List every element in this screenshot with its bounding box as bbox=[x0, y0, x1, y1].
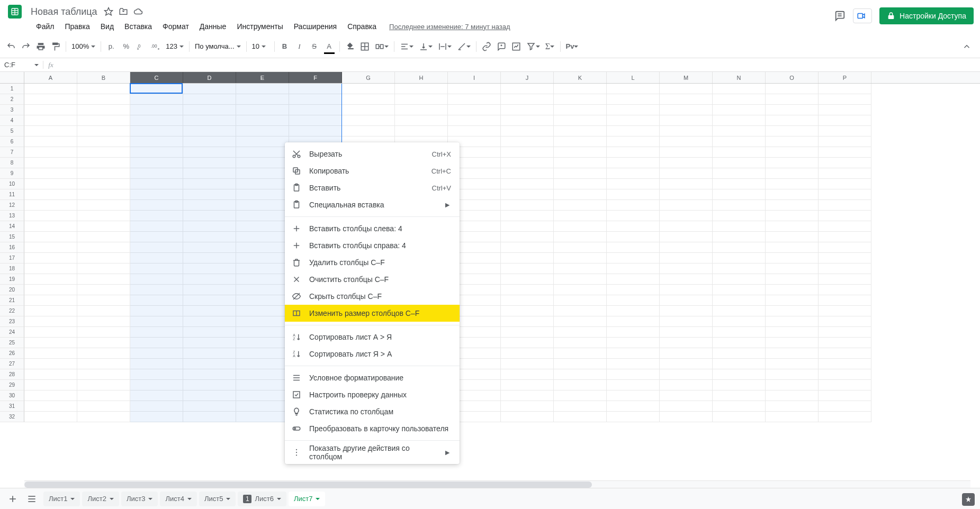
cell[interactable] bbox=[660, 168, 713, 179]
cell[interactable] bbox=[183, 295, 236, 306]
cell[interactable] bbox=[554, 359, 607, 369]
cell[interactable] bbox=[236, 158, 289, 168]
cell[interactable] bbox=[342, 94, 395, 105]
merge-button[interactable] bbox=[373, 40, 391, 53]
cell[interactable] bbox=[77, 359, 130, 369]
cell[interactable] bbox=[183, 401, 236, 412]
row-header[interactable]: 15 bbox=[0, 232, 24, 242]
cell[interactable] bbox=[819, 369, 871, 380]
cell[interactable] bbox=[607, 412, 660, 422]
cell[interactable] bbox=[77, 147, 130, 158]
cell[interactable] bbox=[183, 158, 236, 168]
cell[interactable] bbox=[554, 295, 607, 306]
cell[interactable] bbox=[130, 306, 183, 316]
menu-extensions[interactable]: Расширения bbox=[290, 20, 341, 33]
cell[interactable] bbox=[607, 115, 660, 126]
cell[interactable] bbox=[713, 168, 766, 179]
cell[interactable] bbox=[24, 390, 77, 401]
cell[interactable] bbox=[819, 137, 871, 147]
row-header[interactable]: 26 bbox=[0, 348, 24, 359]
cell[interactable] bbox=[607, 126, 660, 137]
cell[interactable] bbox=[554, 401, 607, 412]
cell[interactable] bbox=[236, 115, 289, 126]
cell[interactable] bbox=[395, 115, 448, 126]
cell[interactable] bbox=[183, 211, 236, 221]
cell[interactable] bbox=[501, 137, 554, 147]
cell[interactable] bbox=[607, 232, 660, 242]
collapse-toolbar-button[interactable] bbox=[960, 40, 974, 53]
cell[interactable] bbox=[819, 242, 871, 253]
cell[interactable] bbox=[766, 412, 819, 422]
text-color-button[interactable]: A bbox=[322, 40, 336, 53]
add-sheet-button[interactable] bbox=[4, 490, 21, 507]
row-header[interactable]: 12 bbox=[0, 200, 24, 211]
cell[interactable] bbox=[236, 126, 289, 137]
cell[interactable] bbox=[554, 242, 607, 253]
cell[interactable] bbox=[660, 179, 713, 189]
cell[interactable] bbox=[766, 189, 819, 200]
cell[interactable] bbox=[448, 115, 501, 126]
cell[interactable] bbox=[660, 285, 713, 295]
cell[interactable] bbox=[766, 306, 819, 316]
cell[interactable] bbox=[130, 232, 183, 242]
cell[interactable] bbox=[660, 295, 713, 306]
cell[interactable] bbox=[501, 189, 554, 200]
cell[interactable] bbox=[766, 274, 819, 285]
menu-file[interactable]: Файл bbox=[32, 20, 58, 33]
cell[interactable] bbox=[183, 380, 236, 390]
cell[interactable] bbox=[77, 137, 130, 147]
cell[interactable] bbox=[130, 390, 183, 401]
cell[interactable] bbox=[501, 295, 554, 306]
cell[interactable] bbox=[713, 189, 766, 200]
cell[interactable] bbox=[501, 369, 554, 380]
cell[interactable] bbox=[554, 115, 607, 126]
cell[interactable] bbox=[183, 412, 236, 422]
cell[interactable] bbox=[24, 242, 77, 253]
cell[interactable] bbox=[766, 327, 819, 338]
cell[interactable] bbox=[236, 147, 289, 158]
cell[interactable] bbox=[130, 242, 183, 253]
col-header-J[interactable]: J bbox=[501, 72, 554, 83]
cell[interactable] bbox=[236, 137, 289, 147]
cell[interactable] bbox=[660, 412, 713, 422]
row-header[interactable]: 22 bbox=[0, 306, 24, 316]
cell[interactable] bbox=[77, 263, 130, 274]
cell[interactable] bbox=[77, 369, 130, 380]
cell[interactable] bbox=[236, 412, 289, 422]
cell[interactable] bbox=[713, 274, 766, 285]
cell[interactable] bbox=[130, 401, 183, 412]
cell[interactable] bbox=[130, 200, 183, 211]
cell[interactable] bbox=[236, 242, 289, 253]
cell[interactable] bbox=[24, 412, 77, 422]
formula-input[interactable] bbox=[58, 58, 980, 71]
cell[interactable] bbox=[607, 168, 660, 179]
decrease-decimal-button[interactable]: .0 bbox=[134, 40, 148, 53]
last-edit[interactable]: Последнее изменение: 7 минут назад bbox=[389, 23, 510, 31]
cell[interactable] bbox=[554, 306, 607, 316]
cell[interactable] bbox=[501, 84, 554, 94]
cell[interactable] bbox=[77, 232, 130, 242]
move-icon[interactable] bbox=[119, 7, 128, 16]
cell[interactable] bbox=[766, 359, 819, 369]
ctx-bulb[interactable]: Статистика по столбцам bbox=[285, 403, 460, 420]
cell[interactable] bbox=[766, 380, 819, 390]
col-header-A[interactable]: A bbox=[24, 72, 77, 83]
cell[interactable] bbox=[24, 115, 77, 126]
cell[interactable] bbox=[607, 147, 660, 158]
fill-color-button[interactable] bbox=[343, 40, 357, 53]
cell[interactable] bbox=[819, 348, 871, 359]
cell[interactable] bbox=[660, 369, 713, 380]
cell[interactable] bbox=[819, 115, 871, 126]
cell[interactable] bbox=[24, 84, 77, 94]
comment-button[interactable] bbox=[495, 40, 508, 53]
cell[interactable] bbox=[501, 211, 554, 221]
cell[interactable] bbox=[24, 285, 77, 295]
strike-button[interactable]: S bbox=[308, 40, 321, 53]
cell[interactable] bbox=[660, 338, 713, 348]
cell[interactable] bbox=[289, 94, 342, 105]
cell[interactable] bbox=[342, 84, 395, 94]
cell[interactable] bbox=[183, 263, 236, 274]
cell[interactable] bbox=[236, 189, 289, 200]
cell[interactable] bbox=[607, 211, 660, 221]
row-header[interactable]: 23 bbox=[0, 316, 24, 327]
